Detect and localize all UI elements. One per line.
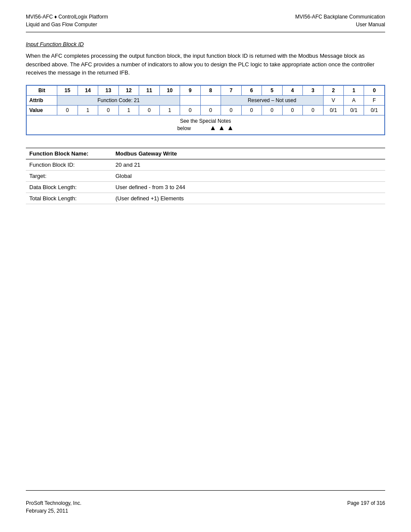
value-14: 1 bbox=[78, 105, 98, 115]
bit-col-6: 6 bbox=[241, 85, 262, 95]
bit-header-row: Bit 15 14 13 12 11 10 9 8 7 6 5 4 3 bbox=[27, 85, 385, 95]
bit-col-2: 2 bbox=[323, 85, 343, 95]
footer-company: ProSoft Technology, Inc. bbox=[26, 499, 81, 507]
value-8: 0 bbox=[200, 105, 221, 115]
attrib-f: F bbox=[364, 95, 385, 105]
info-value-total-block-length: (User defined +1) Elements bbox=[112, 193, 385, 204]
attrib-a: A bbox=[344, 95, 364, 105]
info-row-total-block-length: Total Block Length: (User defined +1) El… bbox=[26, 193, 385, 204]
info-table-header-row: Function Block Name: Modbus Gateway Writ… bbox=[26, 148, 385, 159]
value-4: 0 bbox=[282, 105, 302, 115]
bit-table: Bit 15 14 13 12 11 10 9 8 7 6 5 4 3 bbox=[26, 85, 385, 135]
value-2: 0/1 bbox=[323, 105, 343, 115]
section-title: Input Function Block ID bbox=[26, 41, 385, 47]
bit-col-8: 8 bbox=[200, 85, 221, 95]
bit-col-5: 5 bbox=[262, 85, 282, 95]
value-13: 0 bbox=[98, 105, 118, 115]
header-right: MVI56-AFC Backplane Communication User M… bbox=[295, 13, 385, 28]
bit-col-15: 15 bbox=[57, 85, 78, 95]
notes-cell: See the Special Notesbelow ▲ ▲ ▲ bbox=[27, 115, 385, 134]
info-label-target: Target: bbox=[26, 170, 112, 181]
info-label-fn-block-id: Function Block ID: bbox=[26, 159, 112, 170]
main-content: Input Function Block ID When the AFC com… bbox=[26, 41, 385, 490]
attrib-8 bbox=[200, 95, 221, 105]
footer-right: Page 197 of 316 bbox=[347, 499, 385, 515]
info-value-fn-block-id: 20 and 21 bbox=[112, 159, 385, 170]
attrib-row: Attrib Function Code: 21 Reserved – Not … bbox=[27, 95, 385, 105]
bit-col-12: 12 bbox=[118, 85, 139, 95]
footer-date: February 25, 2011 bbox=[26, 507, 81, 515]
bit-col-0: 0 bbox=[364, 85, 385, 95]
page-footer: ProSoft Technology, Inc. February 25, 20… bbox=[26, 490, 385, 515]
attrib-label: Attrib bbox=[27, 95, 57, 105]
value-0: 0/1 bbox=[364, 105, 385, 115]
notes-row: See the Special Notesbelow ▲ ▲ ▲ bbox=[27, 115, 385, 134]
info-value-target: Global bbox=[112, 170, 385, 181]
bit-col-4: 4 bbox=[282, 85, 302, 95]
header-right-line1: MVI56-AFC Backplane Communication bbox=[295, 13, 385, 21]
value-7: 0 bbox=[221, 105, 241, 115]
info-label-total-block-length: Total Block Length: bbox=[26, 193, 112, 204]
info-value-fn-block-name: Modbus Gateway Write bbox=[112, 148, 385, 159]
value-12: 1 bbox=[118, 105, 139, 115]
info-value-data-block-length: User defined - from 3 to 244 bbox=[112, 181, 385, 193]
info-row-data-block-length: Data Block Length: User defined - from 3… bbox=[26, 181, 385, 193]
header-left-line1: MVI56-AFC ♦ ControlLogix Platform bbox=[26, 13, 108, 21]
attrib-9 bbox=[180, 95, 200, 105]
reserved-cell: Reserved – Not used bbox=[221, 95, 323, 105]
value-1: 0/1 bbox=[344, 105, 364, 115]
value-6: 0 bbox=[241, 105, 262, 115]
bit-table-container: Bit 15 14 13 12 11 10 9 8 7 6 5 4 3 bbox=[26, 85, 385, 135]
info-row-target: Target: Global bbox=[26, 170, 385, 181]
value-3: 0 bbox=[303, 105, 323, 115]
info-label-data-block-length: Data Block Length: bbox=[26, 181, 112, 193]
header-left-line2: Liquid and Gas Flow Computer bbox=[26, 21, 108, 28]
value-9: 0 bbox=[180, 105, 200, 115]
bit-col-13: 13 bbox=[98, 85, 118, 95]
bit-col-3: 3 bbox=[303, 85, 323, 95]
header-left: MVI56-AFC ♦ ControlLogix Platform Liquid… bbox=[26, 13, 108, 28]
bit-col-1: 1 bbox=[344, 85, 364, 95]
bit-col-14: 14 bbox=[78, 85, 98, 95]
page: MVI56-AFC ♦ ControlLogix Platform Liquid… bbox=[0, 0, 411, 532]
body-text: When the AFC completes processing the ou… bbox=[26, 52, 385, 77]
header-right-line2: User Manual bbox=[295, 21, 385, 28]
footer-left: ProSoft Technology, Inc. February 25, 20… bbox=[26, 499, 81, 515]
info-row-fn-block-id: Function Block ID: 20 and 21 bbox=[26, 159, 385, 170]
value-11: 0 bbox=[139, 105, 159, 115]
value-label: Value bbox=[27, 105, 57, 115]
bit-col-header-bit: Bit bbox=[27, 85, 57, 95]
attrib-v: V bbox=[323, 95, 343, 105]
func-code-cell: Function Code: 21 bbox=[57, 95, 180, 105]
info-table: Function Block Name: Modbus Gateway Writ… bbox=[26, 148, 385, 204]
footer-page: Page 197 of 316 bbox=[347, 499, 385, 507]
bit-col-7: 7 bbox=[221, 85, 241, 95]
info-label-fn-block-name: Function Block Name: bbox=[26, 148, 112, 159]
page-header: MVI56-AFC ♦ ControlLogix Platform Liquid… bbox=[26, 13, 385, 32]
bit-col-11: 11 bbox=[139, 85, 159, 95]
bit-col-9: 9 bbox=[180, 85, 200, 95]
arrow-indicators: ▲ ▲ ▲ bbox=[209, 124, 234, 132]
bit-col-10: 10 bbox=[159, 85, 180, 95]
value-10: 1 bbox=[159, 105, 180, 115]
value-5: 0 bbox=[262, 105, 282, 115]
value-row: Value 0 1 0 1 0 1 0 0 0 0 0 0 0 bbox=[27, 105, 385, 115]
value-15: 0 bbox=[57, 105, 78, 115]
